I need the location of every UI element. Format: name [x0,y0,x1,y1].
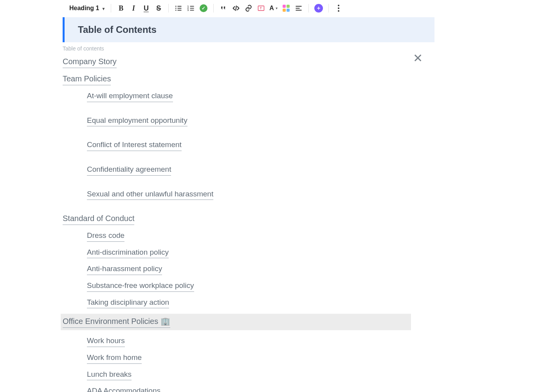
svg-line-12 [236,6,237,11]
more-vertical-icon [338,5,339,12]
toc-row: Taking disciplinary action [87,297,434,309]
strikethrough-icon: S [156,4,161,13]
toc-row: Team Policies [63,74,434,85]
toolbar-separator [308,4,309,13]
text-color-button[interactable]: A▼ [269,3,279,13]
toc-link[interactable]: Confidentiality agreement [87,164,171,176]
strikethrough-button[interactable]: S [153,3,164,13]
toc-row: Work hours [87,336,434,347]
toc-link[interactable]: Company Story [63,56,117,68]
toc-link[interactable]: Lunch breaks [87,369,132,381]
link-button[interactable] [243,3,254,13]
toolbar-separator [213,4,214,13]
toc-link[interactable]: Team Policies [63,74,111,85]
toolbar-separator [328,4,329,13]
toc-block: Table of contents ✕ Company StoryTeam Po… [63,45,434,392]
toc-row: Equal employment opportunity [87,115,434,127]
highlight-color-icon [283,5,290,12]
toc-link[interactable]: Anti-discrimination policy [87,247,169,259]
close-button[interactable]: ✕ [412,52,424,64]
toolbar-separator [168,4,169,13]
toc-link[interactable]: Standard of Conduct [63,213,134,225]
toc-row: Work from home [87,352,434,364]
text-style-label: Heading 1 [69,5,99,12]
italic-button[interactable]: I [128,3,139,13]
toc-link[interactable]: Work from home [87,352,142,364]
toc-row: Substance-free workplace policy [87,281,434,292]
bullet-list-icon [175,4,182,12]
underline-icon: U [144,4,149,13]
toc-row: Sexual and other unlawful harassment [87,189,434,200]
highlight-color-button[interactable] [281,3,291,13]
toc-link[interactable]: Dress code [87,230,124,242]
svg-point-0 [175,6,177,7]
check-circle-icon: ✓ [200,4,207,12]
close-icon: ✕ [413,52,423,65]
toc-row: Anti-harassment policy [87,264,434,275]
italic-icon: I [132,4,135,13]
toc-link[interactable]: ADA Accommodations [87,386,160,392]
toc-row: Standard of Conduct [63,213,434,225]
toc-link[interactable]: Work hours [87,336,125,347]
toc-link[interactable]: Equal employment opportunity [87,115,187,127]
svg-point-2 [175,8,177,9]
toc-row: Conflict of Interest statement [87,140,434,151]
toc-link[interactable]: Sexual and other unlawful harassment [87,189,213,200]
toolbar-separator [111,4,111,13]
bullet-list-button[interactable] [173,3,184,13]
numbered-list-icon: 1 2 3 [187,4,195,12]
toc-row: Company Story [63,56,434,68]
toc-link[interactable]: Office Environment Policies 🏢 [63,316,170,328]
toc-link[interactable]: Substance-free workplace policy [87,281,194,292]
text-style-select[interactable]: Heading 1 ▼ [68,5,106,12]
quote-button[interactable] [218,3,229,13]
toc-link[interactable]: Anti-harassment policy [87,264,162,275]
toc-row: Lunch breaks [87,369,434,381]
checklist-button[interactable]: ✓ [198,3,209,13]
toc-block-label: Table of contents [63,45,434,52]
editor-toolbar: Heading 1 ▼ B I U S 1 2 3 ✓ [0,0,548,17]
toc-row: Confidentiality agreement [87,164,434,176]
quote-icon [220,4,227,12]
toc-row: Office Environment Policies 🏢 [61,314,411,330]
toc-link[interactable]: Taking disciplinary action [87,297,169,309]
link-icon [245,4,252,12]
svg-text:3: 3 [187,9,189,11]
bold-button[interactable]: B [116,3,126,13]
text-color-icon: A▼ [269,5,278,12]
more-button[interactable] [333,3,344,13]
toc-list: Company StoryTeam PoliciesAt-will employ… [63,56,434,392]
code-button[interactable] [231,3,241,13]
toc-row: ADA Accommodations [87,386,434,392]
toc-row: Anti-discrimination policy [87,247,434,259]
plus-circle-icon: ＋ [314,4,323,13]
toc-row: Dress code [87,230,434,242]
banner-button[interactable]: T [256,3,266,13]
caret-down-icon: ▼ [101,7,105,11]
align-left-icon [295,4,303,12]
svg-text:T: T [260,6,262,10]
toc-link[interactable]: At-will employment clause [87,91,173,102]
svg-point-4 [175,10,177,11]
insert-button[interactable]: ＋ [314,3,324,13]
banner-heading-text[interactable]: Table of Contents [78,24,421,35]
heading-banner: Table of Contents [63,17,434,42]
toc-link[interactable]: Conflict of Interest statement [87,140,182,151]
toc-row: At-will employment clause [87,91,434,102]
banner-icon: T [257,4,265,12]
bold-icon: B [119,4,123,13]
align-button[interactable] [294,3,304,13]
underline-button[interactable]: U [141,3,151,13]
code-icon [232,4,240,12]
numbered-list-button[interactable]: 1 2 3 [186,3,196,13]
